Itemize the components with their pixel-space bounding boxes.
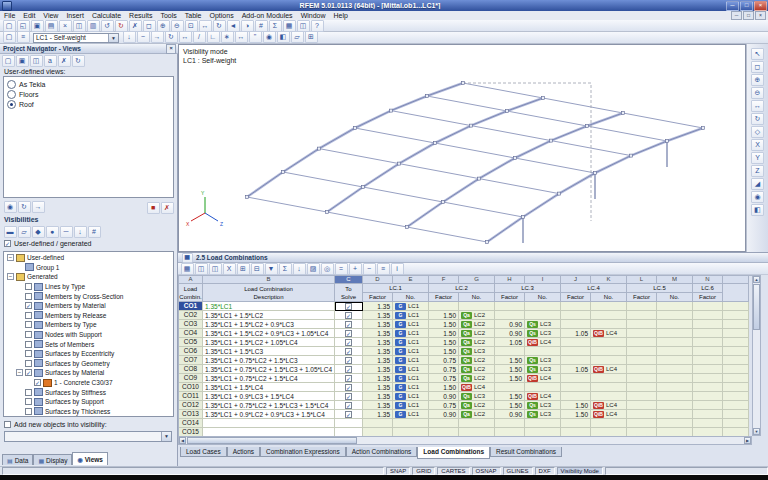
delete-red-icon[interactable]: ■ (147, 202, 160, 214)
mirror-icon[interactable]: ↔ (179, 31, 192, 43)
tree-expander-icon[interactable]: − (7, 273, 14, 280)
copy-icon[interactable]: ◫ (73, 20, 86, 32)
tree-item-members-by-release[interactable]: Members by Release (4, 311, 173, 321)
close-red-icon[interactable]: ✗ (161, 202, 174, 214)
to-solve-cell-CO14[interactable] (335, 419, 363, 428)
lc-no-cell[interactable] (591, 347, 627, 356)
lc-no-cell[interactable] (657, 356, 693, 365)
rotate-members-icon[interactable]: ↻ (165, 31, 178, 43)
mdi-restore-button[interactable]: □ (743, 11, 754, 20)
lc-no-cell[interactable]: QiBLC4 (525, 338, 561, 347)
factor-cell[interactable] (693, 329, 723, 338)
to-solve-cell-CO9[interactable]: ✓ (335, 374, 363, 383)
tree-item-1-concrete-c30-37[interactable]: ✓1 - Concrete C30/37 (4, 378, 173, 388)
comments-icon[interactable]: " (249, 31, 262, 43)
to-solve-checkbox[interactable]: ✓ (345, 375, 352, 382)
to-solve-cell-CO5[interactable]: ✓ (335, 338, 363, 347)
new-view-icon[interactable]: ▢ (2, 55, 15, 67)
factor-cell[interactable] (627, 338, 657, 347)
column-header-I[interactable]: I (525, 276, 561, 284)
user-generated-checkbox[interactable]: ✓ (4, 240, 11, 247)
column-header-N[interactable]: N (693, 276, 723, 284)
to-solve-cell-CO1[interactable]: ✓ (335, 302, 363, 311)
numbering-icon[interactable]: # (255, 20, 268, 32)
tree-item-user-defined[interactable]: −User-defined (4, 253, 173, 263)
factor-cell[interactable]: 1.35 (363, 302, 393, 311)
rotate-icon[interactable]: ↻ (213, 20, 226, 32)
factor-cell[interactable] (495, 419, 525, 428)
zoom-out-icon[interactable]: ⊖ (751, 87, 764, 99)
status-toggle-cartes[interactable]: CARTES (437, 467, 469, 475)
zoom-in-icon[interactable]: ⊕ (751, 74, 764, 86)
scroll-right-icon[interactable]: ▶ (744, 437, 751, 444)
row-header-CO8[interactable]: CO8 (179, 365, 203, 374)
table-vertical-scrollbar[interactable]: ▲ ▼ (752, 275, 761, 436)
add-new-objects-checkbox[interactable] (4, 421, 11, 428)
model-viewport[interactable]: XYZ Visibility mode LC1 : Self-weight (178, 44, 746, 252)
lc-no-cell[interactable] (657, 329, 693, 338)
factor-cell[interactable]: 1.50 (429, 329, 459, 338)
factor-cell[interactable] (561, 392, 591, 401)
vis-solids-icon[interactable]: ◆ (32, 226, 45, 238)
to-solve-checkbox[interactable]: ✓ (345, 402, 352, 409)
combo-description-CO2[interactable]: 1.35*LC1 + 1.5*LC2 (203, 311, 335, 320)
factor-cell[interactable] (693, 383, 723, 392)
lc-no-cell[interactable] (657, 419, 693, 428)
tree-checkbox[interactable]: ✓ (25, 302, 32, 309)
lc-no-cell[interactable]: QaLC2 (459, 311, 495, 320)
navigator-tab-views[interactable]: ◉Views (72, 452, 108, 465)
combo-description-CO7[interactable]: 1.35*LC1 + 0.75*LC2 + 1.5*LC3 (203, 356, 335, 365)
combo-description-CO3[interactable]: 1.35*LC1 + 1.5*LC2 + 0.9*LC3 (203, 320, 335, 329)
factor-cell[interactable]: 1.05 (495, 338, 525, 347)
pan-icon[interactable]: ↔ (199, 20, 212, 32)
factor-cell[interactable]: 1.05 (561, 365, 591, 374)
column-header-C[interactable]: C (335, 276, 363, 284)
tree-checkbox[interactable] (25, 398, 32, 405)
visibility-mode-toggle[interactable]: Visibility Mode (557, 467, 603, 475)
header-group-lc-1[interactable]: LC.1 (363, 284, 429, 293)
dimensions-icon[interactable]: ↔ (235, 31, 248, 43)
pan-icon[interactable]: ↔ (751, 100, 764, 112)
factor-cell[interactable] (561, 383, 591, 392)
paste-icon[interactable]: ▥ (87, 20, 100, 32)
header-group-lc-6[interactable]: LC.6 (693, 284, 723, 293)
perspective-icon[interactable]: ◢ (751, 178, 764, 190)
factor-cell[interactable]: 1.35 (363, 392, 393, 401)
open-icon[interactable]: ◱ (17, 20, 30, 32)
status-toggle-glines[interactable]: GLINES (503, 467, 533, 475)
lc-no-cell[interactable]: GLC1 (393, 311, 429, 320)
tree-item-members-by-material[interactable]: ✓Members by Material (4, 301, 173, 311)
zoom-all-icon[interactable]: ⊡ (185, 20, 198, 32)
status-toggle-osnap[interactable]: OSNAP (472, 467, 501, 475)
factor-cell[interactable]: 1.50 (495, 401, 525, 410)
combo-description-CO8[interactable]: 1.35*LC1 + 0.75*LC2 + 1.5*LC3 + 1.05*LC4 (203, 365, 335, 374)
horizontal-scroll-thumb[interactable] (187, 437, 357, 444)
combo-description-CO6[interactable]: 1.35*LC1 + 1.5*LC3 (203, 347, 335, 356)
copy-row-icon[interactable]: ◫ (209, 263, 222, 275)
column-header-M[interactable]: M (657, 276, 693, 284)
to-solve-cell-CO11[interactable]: ✓ (335, 392, 363, 401)
factor-cell[interactable]: 0.90 (495, 329, 525, 338)
undo-icon[interactable]: ↺ (101, 20, 114, 32)
header-no[interactable]: No. (393, 293, 429, 302)
factor-cell[interactable]: 1.50 (495, 374, 525, 383)
lc-no-cell[interactable] (657, 347, 693, 356)
new-load-case-icon[interactable]: ▢ (3, 31, 16, 43)
header-group-lc-4[interactable]: LC.4 (561, 284, 627, 293)
factor-cell[interactable]: 1.50 (561, 410, 591, 419)
lc-no-cell[interactable]: GLC1 (393, 401, 429, 410)
to-solve-cell-CO4[interactable]: ✓ (335, 329, 363, 338)
collapse-icon[interactable]: − (363, 263, 376, 275)
header-factor[interactable]: Factor (495, 293, 525, 302)
cut-icon[interactable]: × (59, 20, 72, 32)
factor-cell[interactable] (693, 365, 723, 374)
snap-settings-icon[interactable]: ⊞ (305, 31, 318, 43)
lc-no-cell[interactable] (459, 302, 495, 311)
to-solve-cell-CO6[interactable]: ✓ (335, 347, 363, 356)
to-solve-cell-CO8[interactable]: ✓ (335, 365, 363, 374)
lc-no-cell[interactable]: QiBLC4 (591, 329, 627, 338)
scroll-up-icon[interactable]: ▲ (753, 276, 760, 283)
fill-down-icon[interactable]: ↓ (293, 263, 306, 275)
factor-cell[interactable]: 1.35 (363, 338, 393, 347)
tree-checkbox[interactable] (25, 283, 32, 290)
